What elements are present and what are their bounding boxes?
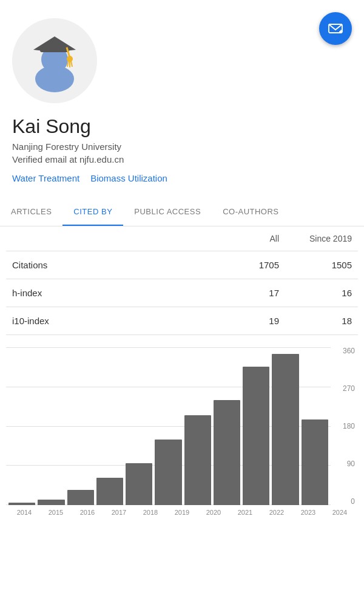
bar-2014[interactable]: [8, 503, 35, 505]
add-coauthor-button[interactable]: [319, 12, 352, 45]
stats-header: All Since 2019: [6, 226, 358, 251]
x-label-2024: 2024: [324, 509, 356, 516]
bar-2022[interactable]: [243, 367, 269, 505]
hindex-label: h-index: [12, 288, 206, 298]
profile-university: Nanjing Forestry University: [12, 141, 121, 152]
x-label-2018: 2018: [135, 509, 166, 516]
hindex-all: 17: [206, 288, 279, 298]
x-label-2020: 2020: [198, 509, 229, 516]
citations-all: 1705: [206, 260, 279, 270]
hindex-since: 16: [279, 288, 352, 298]
chart-y-labels: 360270180900: [331, 347, 358, 505]
y-label-0: 0: [351, 498, 355, 505]
chart-container: 360270180900: [6, 347, 358, 505]
bar-2017[interactable]: [96, 478, 123, 505]
bar-col-2024: [302, 347, 328, 505]
x-label-2019: 2019: [166, 509, 198, 516]
bar-2020[interactable]: [184, 415, 211, 505]
chart-x-labels: 2014201520162017201820192020202120222023…: [6, 509, 358, 516]
stats-col-label: [12, 234, 206, 243]
bar-2019[interactable]: [155, 440, 181, 505]
x-label-2016: 2016: [72, 509, 103, 516]
stats-section: All Since 2019 Citations 1705 1505 h-ind…: [0, 226, 364, 335]
citations-since: 1505: [279, 260, 352, 270]
bar-col-2017: [96, 347, 123, 505]
y-label-90: 90: [347, 460, 355, 467]
bar-col-2015: [38, 347, 64, 505]
x-label-2015: 2015: [40, 509, 72, 516]
tag-biomass-utilization[interactable]: Biomass Utilization: [90, 173, 167, 183]
tab-co-authors[interactable]: CO-AUTHORS: [212, 199, 289, 226]
bar-col-2020: [184, 347, 211, 505]
i10index-since: 18: [279, 316, 352, 326]
chart-section: 360270180900 201420152016201720182019202…: [0, 335, 364, 522]
bar-col-2019: [155, 347, 181, 505]
stats-row-citations: Citations 1705 1505: [6, 251, 358, 279]
bar-2023[interactable]: [272, 354, 298, 505]
bar-col-2016: [67, 347, 94, 505]
y-label-270: 270: [343, 385, 355, 392]
stats-col-all: All: [206, 234, 279, 243]
stats-col-since: Since 2019: [279, 234, 352, 243]
i10index-all: 19: [206, 316, 279, 326]
stats-row-hindex: h-index 17 16: [6, 279, 358, 307]
bar-2021[interactable]: [214, 400, 240, 505]
bar-col-2021: [214, 347, 240, 505]
y-label-360: 360: [343, 347, 355, 355]
bar-2015[interactable]: [38, 500, 64, 505]
tabs-bar: ARTICLES CITED BY PUBLIC ACCESS CO-AUTHO…: [0, 199, 364, 226]
i10index-label: i10-index: [12, 316, 206, 326]
bar-col-2023: [272, 347, 298, 505]
x-label-2022: 2022: [261, 509, 292, 516]
bar-2018[interactable]: [126, 463, 152, 505]
bar-col-2014: [8, 347, 35, 505]
bar-2024[interactable]: [302, 419, 328, 505]
bar-col-2022: [243, 347, 269, 505]
profile-email: Verified email at njfu.edu.cn: [12, 154, 124, 165]
y-label-180: 180: [343, 423, 355, 430]
tab-public-access[interactable]: PUBLIC ACCESS: [123, 199, 212, 226]
tag-water-treatment[interactable]: Water Treatment: [12, 173, 79, 183]
x-label-2023: 2023: [292, 509, 324, 516]
x-label-2014: 2014: [8, 509, 40, 516]
profile-name: Kai Song: [12, 115, 91, 138]
stats-row-i10index: i10-index 19 18: [6, 307, 358, 335]
chart-bars-area: [6, 347, 331, 505]
profile-tags: Water Treatment Biomass Utilization: [12, 173, 167, 183]
avatar-image: [18, 24, 91, 97]
bar-2016[interactable]: [67, 490, 94, 505]
svg-marker-6: [33, 36, 76, 52]
x-label-2021: 2021: [229, 509, 261, 516]
chart-bars-wrapper: [6, 347, 331, 505]
mail-plus-icon: [328, 21, 343, 36]
tab-articles[interactable]: ARTICLES: [0, 199, 62, 226]
citations-label: Citations: [12, 260, 206, 270]
x-label-2017: 2017: [103, 509, 135, 516]
profile-section: Kai Song Nanjing Forestry University Ver…: [0, 0, 364, 192]
svg-line-11: [71, 61, 72, 67]
tab-cited-by[interactable]: CITED BY: [62, 199, 123, 226]
bar-col-2018: [126, 347, 152, 505]
avatar: [12, 18, 97, 103]
